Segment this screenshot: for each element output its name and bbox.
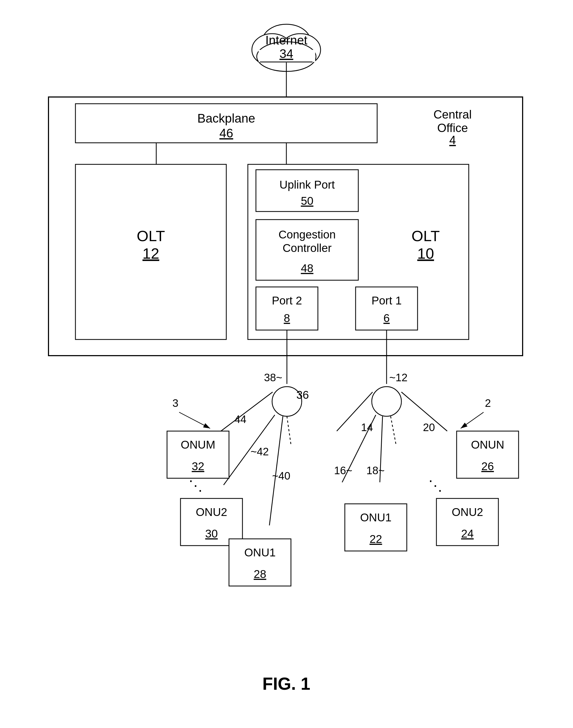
label-20: 20: [423, 421, 435, 433]
svg-line-16: [287, 416, 291, 445]
label-44: 44: [235, 413, 247, 425]
onun-number: 26: [481, 460, 494, 473]
central-office-label2: Office: [437, 121, 468, 135]
backplane-number: 46: [219, 126, 233, 140]
splitter-right: [372, 386, 401, 416]
port2-label: Port 2: [272, 294, 302, 307]
onu2-right-label: ONU2: [452, 506, 483, 518]
olt-right-number: 10: [417, 245, 434, 262]
olt-right-label: OLT: [412, 227, 440, 244]
onu1-right-number: 22: [370, 533, 382, 545]
label-38: 38~: [264, 371, 282, 383]
label-42: ~42: [251, 446, 269, 458]
dots-left: ⋱: [189, 478, 203, 493]
internet-number: 34: [279, 47, 293, 61]
cc-number: 48: [301, 262, 314, 274]
splitter-left-number: 36: [296, 388, 309, 401]
label-16: 16~: [334, 465, 352, 476]
label-3: 3: [172, 397, 178, 409]
port1-number: 6: [383, 312, 389, 324]
svg-line-12: [461, 412, 483, 428]
internet-label: Internet: [265, 33, 307, 47]
svg-line-11: [179, 412, 210, 428]
svg-line-13: [221, 392, 273, 431]
onu1-right-label: ONU1: [360, 511, 392, 524]
port1-label: Port 1: [371, 294, 402, 307]
port2-number: 8: [284, 312, 290, 324]
svg-line-21: [390, 416, 396, 445]
backplane-label: Backplane: [198, 111, 255, 125]
olt-left-number: 12: [143, 245, 159, 262]
fig-label: FIG. 1: [262, 674, 310, 693]
onum-label: ONUM: [181, 438, 215, 451]
onu2-left-label: ONU2: [196, 506, 227, 518]
label-2: 2: [485, 397, 491, 409]
label-40: ~40: [272, 470, 291, 482]
uplink-port-number: 50: [301, 195, 314, 207]
onu2-right-number: 24: [461, 527, 474, 540]
onum-number: 32: [192, 460, 204, 473]
central-office-label: Central: [433, 108, 472, 121]
cc-label1: Congestion: [278, 228, 336, 241]
onu2-left-number: 30: [205, 527, 218, 540]
label-18: 18~: [366, 465, 385, 476]
onun-label: ONUN: [471, 438, 504, 451]
onu1-left-number: 28: [254, 568, 266, 580]
onu1-left-label: ONU1: [244, 546, 276, 559]
central-office-number: 4: [449, 134, 456, 147]
label-12-annot: ~12: [389, 371, 408, 383]
diagram-container: Internet 34 Central Office 4 Backplane 4…: [0, 0, 573, 728]
olt-left-label: OLT: [137, 227, 165, 244]
dots-right: ⋱: [428, 478, 442, 493]
uplink-port-label: Uplink Port: [279, 178, 335, 191]
label-14: 14: [361, 421, 373, 433]
cc-label2: Controller: [282, 242, 332, 254]
